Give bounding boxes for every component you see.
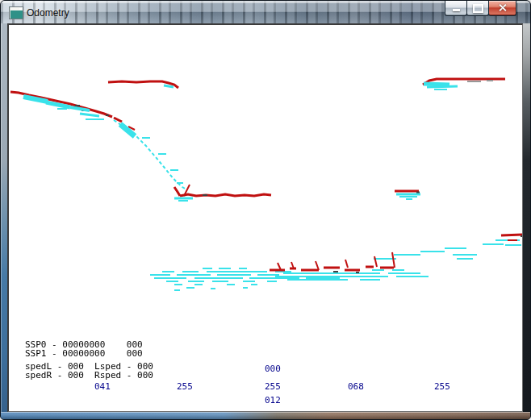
sensor-value-2: 255 <box>177 382 193 391</box>
close-button[interactable] <box>488 1 516 16</box>
sensor-value-top-center: 000 <box>265 364 281 373</box>
window-frame-left <box>1 23 7 413</box>
maximize-button[interactable] <box>466 1 489 16</box>
telemetry-spedr: spedR - 000 Rsped - 000 <box>25 371 153 380</box>
application-icon-detail <box>19 8 22 10</box>
telemetry-ssp1: SSP1 - 00000000 000 <box>25 349 143 358</box>
maximize-icon <box>473 4 483 13</box>
application-icon[interactable] <box>9 6 23 19</box>
sensor-value-4: 068 <box>348 382 364 391</box>
close-icon <box>498 3 507 12</box>
window-title: Odometry <box>27 7 69 19</box>
client-area: SSP0 - 00000000 000 SSP1 - 00000000 000 … <box>7 23 523 412</box>
sensor-value-1: 041 <box>94 382 111 391</box>
caption-buttons <box>445 1 516 16</box>
minimize-button[interactable] <box>445 1 467 16</box>
sensor-value-bottom-center: 012 <box>265 396 281 405</box>
odometry-window: Odometry SSP0 - 00000000 000 SSP1 - 0000… <box>0 0 531 420</box>
window-frame-right <box>523 23 531 413</box>
window-frame-bottom <box>1 412 531 420</box>
sensor-value-3: 255 <box>265 382 281 391</box>
sensor-value-5: 255 <box>434 382 450 391</box>
minimize-icon <box>453 9 460 11</box>
